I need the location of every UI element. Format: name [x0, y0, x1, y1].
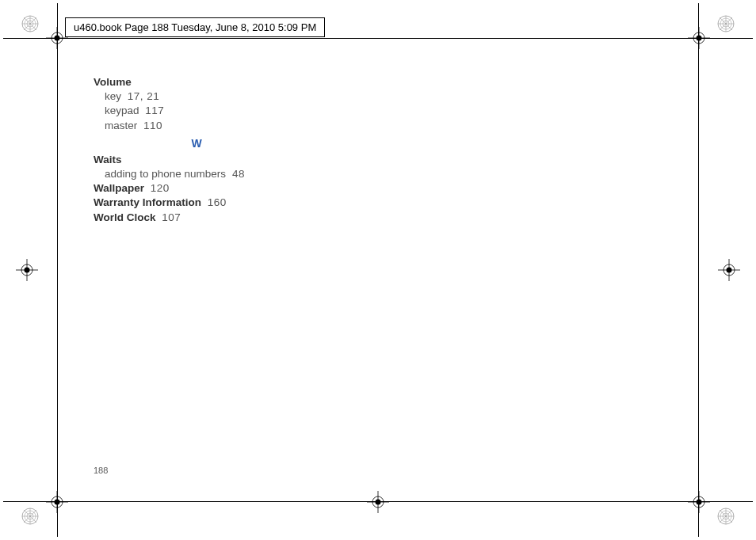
svg-line-6	[24, 17, 36, 30]
svg-line-5	[24, 17, 36, 30]
svg-point-48	[724, 264, 735, 276]
svg-line-20	[24, 510, 36, 523]
index-page-ref: 117	[142, 105, 164, 116]
svg-point-41	[697, 500, 702, 505]
svg-point-23	[723, 513, 729, 519]
registration-mark-icon	[21, 507, 40, 526]
index-sub-waits: adding to phone numbers	[105, 168, 226, 180]
frame-line-top	[3, 38, 753, 39]
index-sub-master: master	[105, 120, 137, 131]
crosshair-icon	[718, 259, 740, 281]
header-text: u460.book Page 188 Tuesday, June 8, 2010…	[74, 21, 316, 33]
index-page-ref: 160	[204, 196, 227, 208]
svg-point-53	[376, 500, 381, 505]
registration-mark-icon	[716, 507, 735, 526]
crosshair-icon	[367, 491, 389, 513]
svg-point-7	[718, 16, 734, 32]
index-sub-key: key	[105, 90, 121, 102]
svg-point-52	[372, 496, 384, 508]
svg-point-21	[718, 508, 734, 524]
index-term-worldclock: World Clock	[94, 211, 156, 223]
svg-line-19	[24, 510, 36, 523]
svg-point-40	[693, 496, 704, 508]
svg-point-16	[27, 513, 33, 519]
index-page-ref: 17, 21	[124, 90, 160, 102]
index-content: Volume key 17, 21 keypad 117 master 110 …	[94, 75, 300, 225]
crosshair-icon	[688, 491, 710, 513]
svg-point-8	[720, 18, 731, 29]
frame-line-left	[57, 3, 58, 537]
header-info-box: u460.book Page 188 Tuesday, June 8, 2010…	[65, 17, 325, 37]
svg-point-22	[720, 511, 731, 522]
svg-point-49	[727, 268, 732, 273]
registration-mark-icon	[21, 14, 40, 33]
page-number: 188	[94, 466, 108, 475]
index-section-letter: W	[94, 136, 300, 151]
svg-line-13	[720, 17, 732, 30]
svg-point-14	[22, 508, 38, 524]
frame-line-bottom	[3, 501, 753, 502]
svg-point-9	[723, 21, 729, 27]
crosshair-icon	[16, 259, 38, 281]
svg-line-26	[720, 510, 732, 523]
index-page-ref: 120	[147, 182, 170, 194]
svg-point-0	[22, 16, 38, 32]
svg-line-27	[720, 510, 732, 523]
svg-point-2	[27, 21, 33, 27]
index-page-ref: 110	[140, 120, 162, 131]
index-term-warranty: Warranty Information	[94, 196, 201, 208]
frame-line-right	[698, 3, 699, 537]
svg-point-45	[25, 268, 30, 273]
svg-point-1	[25, 18, 36, 29]
index-page-ref: 107	[158, 211, 181, 223]
index-sub-keypad: keypad	[105, 105, 139, 116]
index-term-waits: Waits	[94, 154, 122, 165]
index-page-ref: 48	[229, 168, 245, 180]
page: u460.book Page 188 Tuesday, June 8, 2010…	[0, 0, 756, 540]
svg-line-12	[720, 17, 732, 30]
registration-mark-icon	[716, 14, 735, 33]
index-term-volume: Volume	[94, 76, 132, 88]
svg-point-15	[25, 511, 36, 522]
index-term-wallpaper: Wallpaper	[94, 182, 144, 194]
svg-point-44	[21, 264, 32, 276]
